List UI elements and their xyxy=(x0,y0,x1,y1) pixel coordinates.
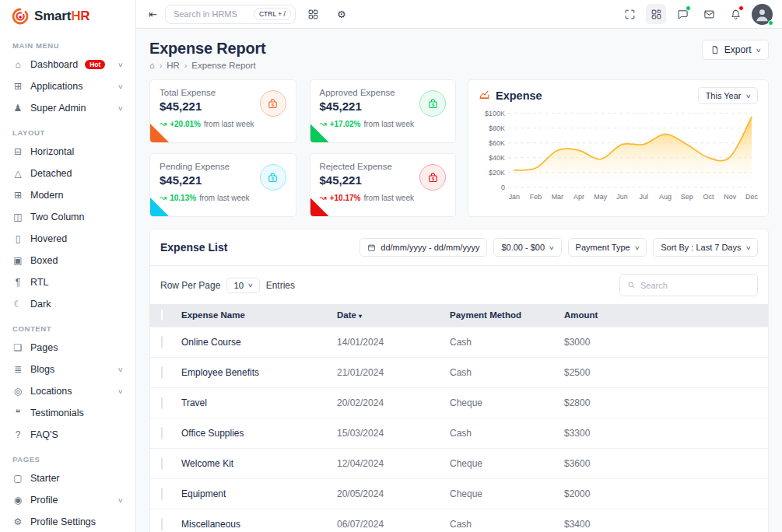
table-row[interactable]: Miscellaneous 06/07/2024 Cash $3400 xyxy=(150,509,768,532)
breadcrumb-hr[interactable]: HR xyxy=(167,61,180,70)
detached-layout-icon: △ xyxy=(12,168,23,179)
modern-layout-icon: ⊞ xyxy=(12,190,23,201)
sidebar-item[interactable]: ❝ Testimonials xyxy=(0,402,135,424)
cell-expense-name: Employee Benefits xyxy=(181,357,337,387)
row-checkbox[interactable] xyxy=(161,427,163,439)
filter-chip[interactable]: Sort By : Last 7 Days ∨ xyxy=(653,238,758,257)
stat-delta: +17.02% xyxy=(330,120,361,128)
stat-delta-suffix: from last week xyxy=(363,194,413,202)
table-search-input[interactable] xyxy=(640,281,750,290)
chart-range-select[interactable]: This Year ∨ xyxy=(698,87,758,104)
table-row[interactable]: Welcome Kit 12/04/2024 Cheque $3600 xyxy=(150,448,768,478)
sidebar-item[interactable]: ? FAQ'S xyxy=(0,424,135,446)
cell-expense-name: Office Supplies xyxy=(181,418,337,448)
fullscreen-icon[interactable] xyxy=(619,4,640,24)
rows-per-page-select[interactable]: 10 ∨ xyxy=(226,278,259,293)
money-bag-icon: $ xyxy=(260,164,286,191)
col-amount[interactable]: Amount xyxy=(564,304,768,327)
cell-payment-method: Cheque xyxy=(450,387,564,418)
svg-text:Mar: Mar xyxy=(552,193,563,201)
sidebar-collapse-icon[interactable]: ⇤ xyxy=(149,9,157,20)
cell-date: 20/02/2024 xyxy=(337,387,450,418)
table-header-row: Expense Name Date▾ Payment Method Amount xyxy=(150,304,768,327)
stat-card: Total Expense $45,221 ↝ +20.01% from las… xyxy=(149,79,296,143)
sidebar-item-label: Profile xyxy=(30,495,58,506)
table-row[interactable]: Office Supplies 15/03/2024 Cash $3300 xyxy=(150,418,768,448)
sidebar-item[interactable]: ♟ Super Admin ∨ xyxy=(0,97,135,119)
sidebar-item-label: Locations xyxy=(30,386,72,397)
svg-text:Nov: Nov xyxy=(724,193,737,201)
sidebar-item[interactable]: ▢ Starter xyxy=(0,467,135,489)
sidebar-item[interactable]: ◫ Two Column xyxy=(0,206,135,228)
list-filters: dd/mm/yyyy - dd/mm/yyyy ∨ $0.00 - $00 ∨ … xyxy=(359,238,758,257)
sidebar-item[interactable]: ⊞ Applications ∨ xyxy=(0,75,135,97)
user-status-dot xyxy=(768,20,773,26)
user-avatar[interactable] xyxy=(752,4,773,25)
table-search[interactable] xyxy=(619,274,758,296)
cell-amount: $3600 xyxy=(564,448,768,478)
filter-chip[interactable]: dd/mm/yyyy - dd/mm/yyyy ∨ xyxy=(359,238,487,257)
sidebar-item[interactable]: △ Detached xyxy=(0,163,135,184)
svg-text:Apr: Apr xyxy=(573,193,584,201)
row-checkbox[interactable] xyxy=(161,397,163,409)
row-checkbox[interactable] xyxy=(161,488,163,500)
row-checkbox[interactable] xyxy=(161,366,163,379)
cell-amount: $3000 xyxy=(564,327,768,357)
section-label: PAGES xyxy=(12,455,123,464)
filter-chip[interactable]: Payment Type ∨ xyxy=(568,238,647,257)
bell-icon[interactable] xyxy=(725,4,745,24)
sidebar-item[interactable]: ⊞ Modern xyxy=(0,184,135,206)
stat-delta-suffix: from last week xyxy=(363,120,413,128)
blogs-icon: ≣ xyxy=(12,364,23,375)
sidebar-item[interactable]: ⚙ Profile Settings xyxy=(0,511,135,532)
mail-icon[interactable] xyxy=(699,4,719,24)
settings-gear-icon[interactable]: ⚙ xyxy=(331,4,352,24)
chevron-down-icon: ∨ xyxy=(633,244,640,251)
sidebar-item[interactable]: ❏ Pages xyxy=(0,337,135,359)
filter-chip[interactable]: $0.00 - $00 ∨ xyxy=(493,238,561,257)
sidebar-item[interactable]: ⊟ Horizontal xyxy=(0,141,135,163)
col-date[interactable]: Date▾ xyxy=(337,304,450,327)
sidebar-item-label: Horizontal xyxy=(30,146,74,157)
topbar: ⇤ CTRL + / ⚙ xyxy=(136,0,782,29)
sidebar-item[interactable]: ¶ RTL xyxy=(0,271,135,293)
chat-icon[interactable] xyxy=(672,4,693,24)
sidebar-item[interactable]: ◎ Locations ∨ xyxy=(0,380,135,402)
table-row[interactable]: Employee Benefits 21/01/2024 Cash $2500 xyxy=(150,357,768,387)
table-row[interactable]: Equipment 20/05/2024 Cheque $2000 xyxy=(150,478,768,509)
export-button[interactable]: Export ∨ xyxy=(702,40,769,60)
sidebar-item[interactable]: ▣ Boxed xyxy=(0,250,135,271)
page-title: Expense Report xyxy=(149,40,265,58)
smarthr-logo-icon xyxy=(11,7,30,26)
sidebar-item[interactable]: ▯ Hovered xyxy=(0,228,135,250)
sidebar-item[interactable]: ☾ Dark xyxy=(0,293,135,315)
select-all-checkbox[interactable] xyxy=(161,310,163,320)
sidebar-item[interactable]: ≣ Blogs ∨ xyxy=(0,359,135,380)
col-payment-method[interactable]: Payment Method xyxy=(450,304,564,327)
chevron-down-icon: ∨ xyxy=(117,497,124,504)
global-search[interactable]: CTRL + / xyxy=(165,5,296,24)
kanban-toggle-icon[interactable] xyxy=(646,4,666,24)
cell-amount: $3300 xyxy=(564,418,768,448)
chevron-down-icon: ∨ xyxy=(745,93,751,100)
chevron-down-icon: ∨ xyxy=(117,366,124,373)
apps-grid-icon[interactable] xyxy=(303,4,324,24)
row-checkbox[interactable] xyxy=(161,518,163,530)
cell-payment-method: Cash xyxy=(450,509,564,532)
sidebar-item[interactable]: ◉ Profile ∨ xyxy=(0,489,135,511)
row-checkbox[interactable] xyxy=(161,457,163,470)
sidebar: SmartHR MAIN MENU ⌂ Dashboard Hot ∨ ⊞ Ap… xyxy=(0,0,136,532)
rows-per-page: Row Per Page 10 ∨ Entries xyxy=(160,278,295,293)
col-expense-name[interactable]: Expense Name xyxy=(181,304,337,327)
sidebar-item[interactable]: ⌂ Dashboard Hot ∨ xyxy=(0,54,135,75)
global-search-input[interactable] xyxy=(174,9,249,19)
sort-desc-icon: ▾ xyxy=(359,313,362,320)
calendar-icon xyxy=(367,243,376,252)
chat-status-dot xyxy=(686,5,691,11)
svg-text:Oct: Oct xyxy=(703,193,714,201)
brand-logo[interactable]: SmartHR xyxy=(0,0,135,32)
table-row[interactable]: Travel 20/02/2024 Cheque $2800 xyxy=(150,387,768,418)
home-icon[interactable]: ⌂ xyxy=(149,61,155,70)
row-checkbox[interactable] xyxy=(161,336,163,348)
table-row[interactable]: Online Course 14/01/2024 Cash $3000 xyxy=(150,327,768,357)
